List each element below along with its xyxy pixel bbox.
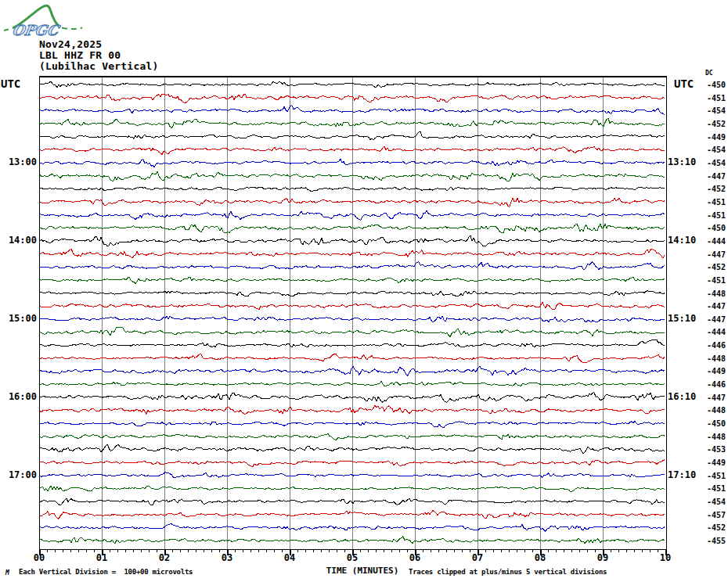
dc-value: -450 xyxy=(700,81,726,89)
dc-value: -447 xyxy=(700,250,726,259)
hour-label-left: 14:00 xyxy=(0,235,37,246)
dc-value: -453 xyxy=(700,445,726,454)
dc-value: -451 xyxy=(700,472,726,480)
dc-value: -451 xyxy=(700,276,726,285)
dc-value: -446 xyxy=(700,380,726,389)
dc-value: -448 xyxy=(700,433,726,441)
dc-value: -444 xyxy=(700,237,726,246)
x-tick-label: 06 xyxy=(403,552,427,563)
dc-value: -454 xyxy=(700,146,726,154)
dc-value: -447 xyxy=(700,172,726,181)
x-tick-label: 07 xyxy=(466,552,489,563)
dc-value: -452 xyxy=(700,185,726,193)
dc-value: -451 xyxy=(700,211,726,220)
x-tick-label: 03 xyxy=(215,552,239,563)
dc-value: -450 xyxy=(700,419,726,428)
dc-value: -447 xyxy=(700,393,726,402)
footnote-vertical-division: Each Vertical Division = 100+00 microvol… xyxy=(19,568,193,576)
dc-value: -448 xyxy=(700,354,726,363)
dc-value: -454 xyxy=(700,159,726,167)
dc-value: -454 xyxy=(700,106,726,115)
hour-label-left: 15:00 xyxy=(0,313,37,325)
dc-value: -455 xyxy=(700,537,726,545)
hour-label-left: 13:00 xyxy=(0,156,37,168)
footnote-clipping: Traces clipped at plus/minus 5 vertical … xyxy=(409,568,607,576)
dc-value: -454 xyxy=(700,498,726,506)
dc-value: -449 xyxy=(700,133,726,142)
dc-value: -448 xyxy=(700,406,726,415)
dc-value: -451 xyxy=(700,198,726,207)
dc-value: -451 xyxy=(700,94,726,102)
x-tick-label: 00 xyxy=(27,552,51,563)
dc-value: -452 xyxy=(700,120,726,128)
x-tick-label: 02 xyxy=(153,552,176,563)
dc-value: -444 xyxy=(700,328,726,336)
dc-value: -452 xyxy=(700,263,726,271)
dc-value: -449 xyxy=(700,367,726,375)
dc-value: -447 xyxy=(700,315,726,324)
helicorder-plot xyxy=(0,0,728,582)
x-tick-label: 04 xyxy=(278,552,301,563)
x-axis-label: TIME (MINUTES) xyxy=(305,566,420,576)
x-tick-label: 09 xyxy=(591,552,614,563)
helicorder-page: { "logo": { "text": "OPGC", "curve_color… xyxy=(0,0,728,582)
dc-value: -450 xyxy=(700,224,726,232)
dc-value: -452 xyxy=(700,523,726,532)
dc-value: -447 xyxy=(700,302,726,311)
dc-value: -451 xyxy=(700,484,726,493)
x-tick-label: 10 xyxy=(654,552,677,563)
footnote-marker: M xyxy=(5,569,9,577)
x-tick-label: 05 xyxy=(341,552,364,563)
dc-value: -457 xyxy=(700,511,726,519)
dc-value: -446 xyxy=(700,341,726,350)
dc-value: -448 xyxy=(700,289,726,298)
x-tick-label: 08 xyxy=(528,552,552,563)
hour-label-left: 16:00 xyxy=(0,391,37,403)
x-tick-label: 01 xyxy=(90,552,114,563)
hour-label-left: 17:00 xyxy=(0,469,37,481)
dc-value: -449 xyxy=(700,458,726,467)
